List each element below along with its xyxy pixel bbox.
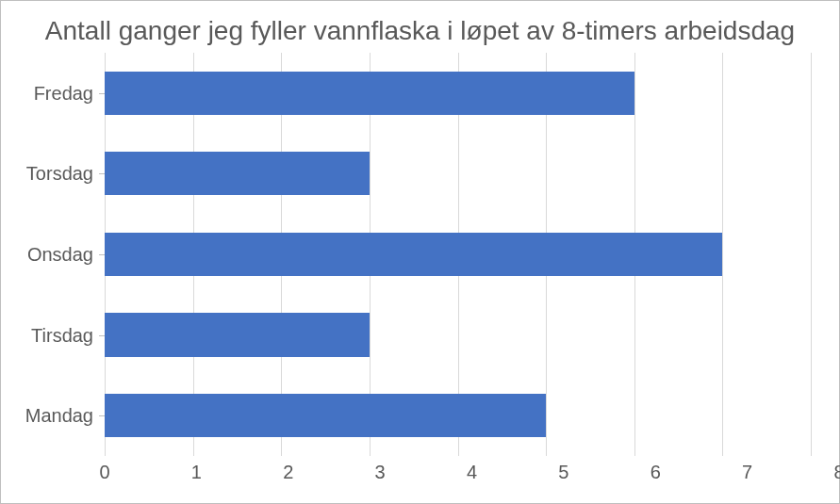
bar xyxy=(105,394,546,437)
x-tick-label: 4 xyxy=(467,462,477,483)
category-slot xyxy=(105,53,811,134)
bar xyxy=(105,233,722,276)
y-tick-label: Tirsdag xyxy=(31,324,93,346)
x-tick-label: 0 xyxy=(99,462,109,483)
x-tick-label: 7 xyxy=(742,462,752,483)
y-tick-label: Fredag xyxy=(34,82,93,104)
category-slot xyxy=(105,134,811,215)
y-tick-mark xyxy=(99,254,105,255)
grid-line xyxy=(811,53,812,456)
x-tick-label: 1 xyxy=(191,462,202,483)
x-tick-label: 5 xyxy=(558,462,568,483)
category-slot xyxy=(105,375,811,456)
x-axis-spacer xyxy=(1,456,105,503)
y-tick-mark xyxy=(99,173,105,174)
bar xyxy=(105,313,370,356)
y-tick-mark xyxy=(99,415,105,416)
x-tick-label: 6 xyxy=(651,462,661,483)
bar xyxy=(105,152,370,195)
category-slot xyxy=(105,214,811,295)
bar xyxy=(105,72,634,115)
category-slot xyxy=(105,295,811,376)
y-tick-mark xyxy=(99,335,105,336)
x-tick-label: 2 xyxy=(283,462,293,483)
y-tick-mark xyxy=(99,93,105,94)
x-axis: 012345678 xyxy=(1,456,839,503)
plot-area xyxy=(105,53,811,456)
x-tick-label: 8 xyxy=(833,462,840,483)
y-tick-label: Mandag xyxy=(25,405,93,427)
y-axis: FredagTorsdagOnsdagTirsdagMandag xyxy=(1,53,105,456)
y-tick-label: Onsdag xyxy=(27,244,93,266)
y-tick-label: Torsdag xyxy=(26,163,93,185)
x-tick-label: 3 xyxy=(375,462,386,483)
plot-col xyxy=(105,53,811,456)
plot-outer: FredagTorsdagOnsdagTirsdagMandag xyxy=(1,53,839,456)
chart-frame: Antall ganger jeg fyller vannflaska i lø… xyxy=(0,0,840,504)
chart-title: Antall ganger jeg fyller vannflaska i lø… xyxy=(1,1,839,53)
x-axis-area: 012345678 xyxy=(105,456,839,503)
